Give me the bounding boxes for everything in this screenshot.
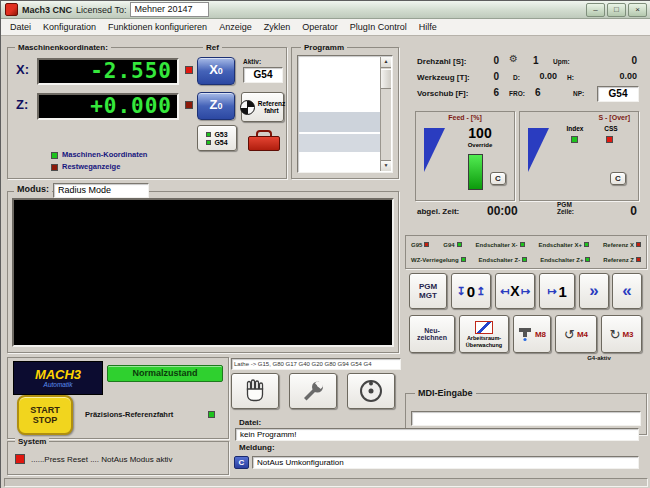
z-dro[interactable]: +0.000 [37,93,179,120]
handwheel-button[interactable] [347,373,395,409]
goto-arrow-icon: ↦ [547,285,556,298]
limits-panel: G95 G94 Endschalter X- Endschalter X+ Re… [405,235,647,269]
d-value: 0.00 [523,71,557,81]
minimize-icon[interactable]: – [586,3,605,17]
h-label: H: [567,74,574,81]
redraw-line1: Neu- [424,327,440,334]
pgm-mgt-button[interactable]: PGM MGT [409,273,447,309]
license-label: Licensed To: [76,5,126,15]
css-label: CSS [598,125,624,132]
program-scrollbar[interactable]: ▲ ▼ [380,57,391,171]
restweg-led [51,164,58,171]
limit-label: Endschalter Z- [479,257,521,263]
spindle-reset-button[interactable]: C [610,172,626,185]
clear-message-button[interactable]: C [234,456,249,469]
reference-button-line2: fahrt [264,107,278,114]
menu-zyklen[interactable]: Zyklen [258,19,297,35]
spindle-cw-m3-button[interactable]: ↻ M3 [601,315,642,353]
maximize-icon[interactable]: □ [607,3,626,17]
scrollbar-thumb[interactable] [381,69,391,89]
drehzahl-value: 0 [471,55,499,66]
spindle-override-panel: S - [Over] Index CSS C [519,111,639,201]
limit-label: WZ-Verriegelung [411,257,459,263]
meldung-label: Meldung: [239,443,275,452]
zero-x-main: X [209,62,218,77]
limits-row-2: WZ-Verriegelung Endschalter Z- Endschalt… [406,252,646,267]
np-label: NP: [573,90,584,97]
toolbox-icon [248,136,280,151]
feed-reset-button[interactable]: C [490,172,506,185]
menu-plugin-control[interactable]: PlugIn Control [344,19,413,35]
wrench-icon [300,378,326,404]
license-value: Mehner 20147 [130,2,209,17]
redraw-button[interactable]: Neu- zeichnen [409,315,455,353]
mdi-group-title: MDI-Eingabe [415,389,476,398]
handwheel-icon [358,378,384,404]
elapsed-time-value: 00:00 [487,204,518,218]
redraw-line2: zeichnen [417,334,447,341]
x-dro[interactable]: -2.550 [37,58,179,85]
goto-zero-button[interactable]: ↧ 0 ↥ [451,273,491,309]
scroll-up-icon[interactable]: ▲ [381,57,391,68]
coolant-m8-button[interactable]: M8 [513,315,551,353]
tool-table-button[interactable] [245,127,283,151]
workspace-monitor-button[interactable]: Arbeitsraum- Überwachung [459,315,509,353]
jog-button[interactable] [231,373,279,409]
index-led [571,136,578,143]
toolpath-display [12,198,394,347]
start-stop-button[interactable]: START STOP [17,395,73,435]
menu-operator[interactable]: Operator [296,19,344,35]
scroll-down-icon[interactable]: ▼ [381,160,391,171]
zero-z-main: Z [210,97,218,112]
x-axis-label: X: [16,62,29,77]
menu-datei[interactable]: Datei [4,19,37,35]
menu-funktionen-konfigurieren[interactable]: Funktionen konfigurieren [102,19,213,35]
pgm-line-label2: Zeile: [557,208,574,215]
menu-hilfe[interactable]: Hilfe [413,19,443,35]
limit-label: G95 [411,242,422,248]
datei-value: kein Programm! [235,428,639,441]
spindle-ccw-m4-button[interactable]: ↺ M4 [555,315,597,353]
zero-z-axis-button[interactable]: Z0 [197,92,235,120]
zero-z-sub: 0 [217,101,222,111]
limit-indicator: Endschalter X- [476,242,525,248]
menu-anzeige[interactable]: Anzeige [213,19,258,35]
spindle-override-slider[interactable] [528,128,549,172]
hand-icon [242,378,268,404]
mach3-logo-text: MACH3 [35,368,81,381]
reset-status-button[interactable]: Normalzustand [107,365,223,382]
program-list-row [299,112,382,132]
fast-forward-button[interactable]: » [579,273,609,309]
vorschub-label: Vorschub [F]: [417,89,468,98]
zero-x-letter: X [510,283,519,299]
m3-label: M3 [622,330,633,339]
g53-g54-toggle-button[interactable]: G53 G54 [197,125,237,151]
pulley-gear-icon: ⚙ [509,53,518,64]
goto-position-1-button[interactable]: ↦ 1 [539,273,575,309]
restweg-caption: Restweganzeige [62,162,120,171]
menu-konfiguration[interactable]: Konfiguration [37,19,102,35]
zero-x-button[interactable]: ↤ X ↦ [495,273,535,309]
rewind-icon: « [622,281,631,301]
limit-led [424,242,429,247]
pulley-number: 1 [533,55,539,66]
titlebar[interactable]: Mach3 CNC Licensed To: Mehner 20147 – □ … [1,1,650,19]
zero-x-axis-button[interactable]: X0 [197,57,235,85]
reference-home-button[interactable]: Referenz fahrt [241,92,284,122]
mdi-input[interactable] [411,411,641,426]
machine-coords-led [51,152,58,159]
pgm-line-label1: PGM [557,201,572,208]
css-led [606,136,613,143]
rewind-button[interactable]: « [612,273,642,309]
g54-label: G54 [214,139,227,146]
m4-label: M4 [577,330,588,339]
left-arrow-icon: ↤ [500,285,509,298]
close-icon[interactable]: × [628,3,647,17]
limit-led [461,257,466,262]
feed-override-slider[interactable] [424,128,445,172]
limit-led [457,242,462,247]
settings-button[interactable] [289,373,337,409]
limit-indicator: Referenz X [603,242,641,248]
fro-label: FRO: [509,90,525,97]
program-listbox[interactable]: ▲ ▼ [297,55,393,173]
